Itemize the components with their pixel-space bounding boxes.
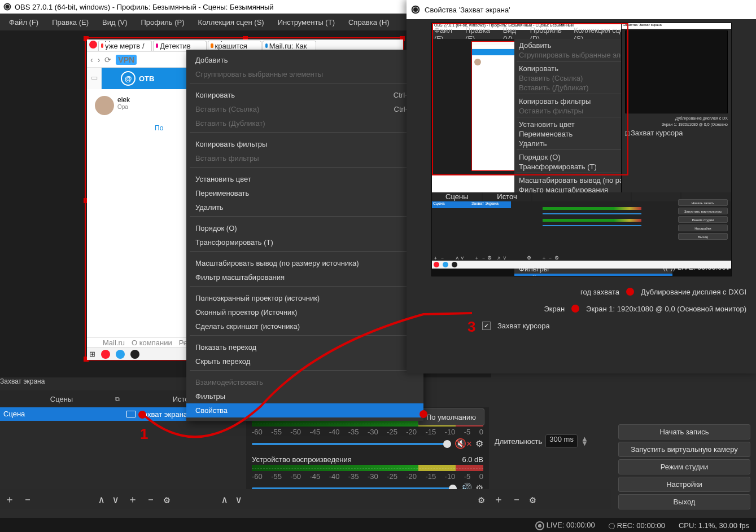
source-marker	[138, 411, 146, 419]
mic-mute-icon[interactable]: 🔇×	[455, 438, 472, 450]
remove-transition-icon[interactable]: －	[512, 493, 522, 506]
marker-1-label: 1	[140, 425, 148, 443]
scene-down-icon[interactable]: ∨	[112, 494, 119, 505]
ctx-group: Сгруппировать выбранные элементы	[186, 67, 423, 81]
ctx-properties-marker	[419, 410, 427, 418]
menu-file[interactable]: Файл (F)	[2, 15, 45, 30]
screen-label: Экран	[544, 305, 565, 313]
scenes-actions: ＋ － ∧ ∨	[0, 489, 123, 509]
mixer-device-label: Устройство воспроизведения	[252, 455, 352, 464]
duration-input[interactable]: 300 ms	[545, 434, 578, 448]
rec-status: REC: 00:00:00	[609, 521, 665, 530]
source-context-menu: Добавить Сгруппировать выбранные элемент…	[186, 50, 423, 421]
obs-icon	[411, 5, 420, 14]
obs-icon	[3, 3, 11, 11]
menu-help[interactable]: Справка (H)	[342, 15, 396, 30]
studio-mode-button[interactable]: Режим студии	[618, 459, 750, 474]
screen-value[interactable]: Экран 1: 1920x1080 @ 0,0 (Основной монит…	[586, 305, 746, 313]
ctx-scale-filter[interactable]: Фильтр масштабирования	[186, 270, 423, 284]
menu-edit[interactable]: Правка (E)	[45, 15, 95, 30]
ctx-transform[interactable]: Трансформировать (T)	[186, 235, 423, 249]
settings-button[interactable]: Настройки	[618, 477, 750, 492]
obs-title-text: OBS 27.0.1 (64-bit, windows) - Профиль: …	[15, 3, 274, 11]
menu-profile[interactable]: Профиль (P)	[134, 15, 191, 30]
source-down-icon[interactable]: ∨	[235, 494, 242, 505]
properties-preview: OBS 27.0.1 (64-bit, windows) - Профиль: …	[431, 23, 732, 276]
add-source-icon[interactable]: ＋	[128, 493, 138, 506]
ctx-screenshot[interactable]: Сделать скриншот (источника)	[186, 319, 423, 333]
source-gear-icon[interactable]: ⚙	[164, 494, 170, 505]
virtual-cam-button[interactable]: Запустить виртуальную камеру	[618, 442, 750, 457]
status-bar: LIVE: 00:00:00 REC: 00:00:00 CPU: 1.1%, …	[0, 518, 756, 532]
menu-tools[interactable]: Инструменты (T)	[271, 15, 342, 30]
capture-header-label: Захват экрана	[0, 377, 123, 389]
add-transition-icon[interactable]: ＋	[493, 493, 504, 506]
mixer-db-label: 6.0 dB	[462, 455, 483, 464]
properties-titlebar: Свойства 'Захват экрана'	[407, 0, 756, 19]
mic-volume-slider[interactable]	[252, 443, 451, 445]
avatar	[95, 96, 114, 115]
mixer-actions: ⚙	[246, 489, 489, 509]
scenes-panel-header: Сцены⧉	[0, 390, 123, 407]
live-status: LIVE: 00:00:00	[535, 521, 595, 530]
ctx-color[interactable]: Установить цвет	[186, 172, 423, 186]
exit-button[interactable]: Выход	[618, 494, 750, 509]
ctx-rename[interactable]: Переименовать	[186, 186, 423, 200]
ctx-paste-ref: Вставить (Ссылка)Ctrl+V	[186, 102, 423, 116]
method-marker	[626, 288, 634, 296]
menu-scenes[interactable]: Коллекция сцен (S)	[191, 15, 271, 30]
sources-actions: ＋ － ⚙ ∧ ∨	[123, 489, 246, 509]
properties-window: Свойства 'Захват экрана' OBS 27.0.1 (64-…	[407, 0, 756, 373]
remove-source-icon[interactable]: －	[146, 493, 156, 506]
ctx-window-projector[interactable]: Оконный проектор (Источник)	[186, 305, 423, 319]
ctx-properties[interactable]: Свойства	[186, 403, 423, 417]
ctx-paste-dup: Вставить (Дубликат)	[186, 116, 423, 130]
mixer-gear-icon[interactable]: ⚙	[478, 494, 484, 505]
transition-default-button[interactable]: По умолчанию	[418, 408, 484, 425]
scene-row[interactable]: Сцена	[0, 407, 123, 421]
monitor-icon	[126, 411, 136, 417]
ctx-delete[interactable]: Удалить	[186, 200, 423, 214]
transition-gear-icon[interactable]: ⚙	[530, 494, 536, 505]
ctx-show-transition[interactable]: Показать переход	[186, 340, 423, 354]
popout-icon[interactable]: ⧉	[115, 395, 120, 403]
ctx-add[interactable]: Добавить	[186, 53, 423, 67]
menu-view[interactable]: Вид (V)	[95, 15, 134, 30]
remove-scene-icon[interactable]: －	[23, 493, 33, 506]
ctx-paste-filters: Вставить фильтры	[186, 151, 423, 165]
ctx-interact: Взаимодействовать	[186, 375, 423, 389]
ctx-filters[interactable]: Фильтры	[186, 389, 423, 403]
screen-marker	[571, 305, 579, 313]
method-value[interactable]: Дублирование дисплея с DXGI	[641, 288, 746, 296]
mic-gear-icon[interactable]: ⚙	[475, 438, 483, 449]
opera-icon	[89, 41, 97, 49]
cursor-label: Захват курсора	[497, 322, 550, 330]
scene-up-icon[interactable]: ∧	[98, 494, 104, 505]
method-label: год захвата	[580, 288, 619, 296]
transitions-panel: Длительность 300 ms ▲▼	[489, 407, 611, 454]
cpu-status: CPU: 1.1%, 30.00 fps	[679, 521, 749, 530]
ctx-copy[interactable]: КопироватьCtrl+C	[186, 88, 423, 102]
duration-stepper[interactable]: ▲▼	[581, 437, 588, 446]
duration-label: Длительность	[495, 437, 542, 446]
ctx-fullscreen-projector[interactable]: Полноэкранный проектор (источник)	[186, 291, 423, 305]
add-scene-icon[interactable]: ＋	[5, 493, 15, 506]
ctx-hide-transition[interactable]: Скрыть переход	[186, 354, 423, 368]
ctx-order[interactable]: Порядок (O)	[186, 221, 423, 235]
marker-3-label: 3	[467, 318, 475, 336]
transitions-actions: ＋ － ⚙	[489, 489, 611, 509]
start-recording-button[interactable]: Начать запись	[618, 424, 750, 439]
ctx-scale-output[interactable]: Масштабировать вывод (по размеру источни…	[186, 256, 423, 270]
controls-panel: Начать запись Запустить виртуальную каме…	[618, 424, 750, 509]
cursor-checkbox[interactable]: ✓	[482, 322, 491, 330]
source-up-icon[interactable]: ∧	[221, 494, 228, 505]
ctx-copy-filters[interactable]: Копировать фильтры	[186, 137, 423, 151]
